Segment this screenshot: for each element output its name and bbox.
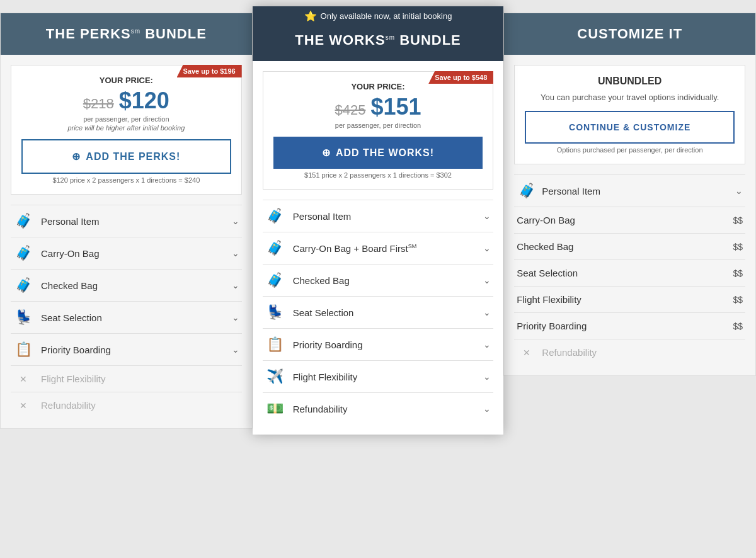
add-perks-icon: ⊕ [72, 151, 81, 162]
list-item: Flight Flexibility $$ [514, 286, 745, 312]
perks-price-row: $218 $120 [21, 88, 231, 114]
list-item: ✕ Refundability [514, 339, 745, 365]
cust-carryon-label: Carry-On Bag [517, 215, 728, 225]
cust-checked-label: Checked Bag [517, 241, 728, 252]
works-save-badge: Save up to $548 [428, 71, 493, 84]
cust-priority-price: $$ [733, 321, 743, 331]
pricing-columns: THE PERKSsm BUNDLE Save up to $196 YOUR … [0, 13, 756, 435]
cust-refund-label: Refundability [542, 347, 743, 358]
perks-price-total: $120 price x 2 passengers x 1 directions… [21, 176, 231, 184]
works-sale-price: $151 [370, 94, 421, 120]
priority-chevron: ⌄ [232, 344, 239, 355]
works-carryon-chevron: ⌄ [483, 243, 491, 253]
works-carryon-label: Carry-On Bag + Board FirstSM [293, 243, 476, 254]
personal-item-label: Personal Item [41, 216, 224, 227]
add-perks-button[interactable]: ⊕ ADD THE PERKS! [21, 139, 231, 174]
star-icon: ⭐ [304, 10, 317, 22]
customize-button[interactable]: CONTINUE & CUSTOMIZE [525, 111, 735, 144]
works-checked-icon: 🧳 [265, 272, 285, 288]
works-seat-label: Seat Selection [293, 307, 476, 318]
list-item: Carry-On Bag $$ [514, 207, 745, 233]
works-price-total: $151 price x 2 passengers x 1 directions… [273, 171, 483, 179]
perks-items-list: 🧳 Personal Item ⌄ 🧳 Carry-On Bag ⌄ 🧳 Che… [1, 205, 252, 428]
customize-column: CUSTOMIZE IT UNBUNDLED You can purchase … [503, 13, 756, 376]
carryon-icon: 🧳 [13, 245, 33, 261]
unbundled-title: UNBUNDLED [525, 76, 735, 87]
works-header: THE WORKSsm BUNDLE [253, 26, 504, 61]
works-title: THE WORKSsm BUNDLE [263, 32, 494, 48]
perks-save-badge: Save up to $196 [177, 65, 242, 77]
list-item[interactable]: 🧳 Carry-On Bag + Board FirstSM ⌄ [263, 232, 494, 264]
priority-label: Priority Boarding [41, 344, 224, 355]
works-personal-chevron: ⌄ [483, 211, 491, 221]
works-priority-label: Priority Boarding [293, 339, 476, 350]
works-checked-chevron: ⌄ [483, 275, 491, 285]
works-top-banner: ⭐ Only available now, at initial booking [253, 6, 504, 26]
list-item[interactable]: 🧳 Personal Item ⌄ [514, 174, 745, 207]
customize-header: CUSTOMIZE IT [504, 13, 755, 55]
works-personal-icon: 🧳 [265, 208, 285, 224]
works-priority-chevron: ⌄ [483, 339, 491, 350]
cust-personal-chevron: ⌄ [735, 186, 743, 196]
carryon-chevron: ⌄ [232, 248, 239, 258]
priority-icon: 📋 [13, 341, 33, 358]
perks-price-card: Save up to $196 YOUR PRICE: $218 $120 pe… [11, 65, 242, 195]
works-seat-icon: 💺 [265, 304, 285, 321]
cust-flex-label: Flight Flexibility [517, 294, 728, 305]
checked-bag-icon: 🧳 [13, 277, 33, 293]
refundability-label: Refundability [41, 400, 239, 411]
customize-options-note: Options purchased per passenger, per dir… [525, 146, 735, 154]
refundability-x-icon: ✕ [13, 401, 33, 411]
works-refund-icon: 💵 [265, 401, 285, 417]
works-personal-label: Personal Item [293, 211, 476, 222]
list-item[interactable]: 💺 Seat Selection ⌄ [11, 301, 242, 333]
list-item[interactable]: 🧳 Checked Bag ⌄ [263, 264, 494, 296]
works-price-row: $425 $151 [273, 94, 483, 120]
cust-flex-price: $$ [733, 295, 743, 305]
perks-header: THE PERKSsm BUNDLE [1, 13, 252, 55]
works-price-card: Save up to $548 YOUR PRICE: $425 $151 pe… [263, 71, 494, 190]
list-item[interactable]: 💺 Seat Selection ⌄ [263, 296, 494, 328]
perks-column: THE PERKSsm BUNDLE Save up to $196 YOUR … [0, 13, 253, 429]
list-item[interactable]: 🧳 Carry-On Bag ⌄ [11, 237, 242, 269]
list-item[interactable]: 🧳 Checked Bag ⌄ [11, 269, 242, 301]
works-carryon-icon: 🧳 [265, 240, 285, 256]
perks-sale-price: $120 [119, 88, 169, 114]
works-priority-icon: 📋 [265, 336, 285, 353]
seat-label: Seat Selection [41, 312, 224, 323]
perks-title: THE PERKSsm BUNDLE [11, 26, 242, 42]
flight-flex-x-icon: ✕ [13, 374, 33, 384]
list-item[interactable]: 📋 Priority Boarding ⌄ [263, 328, 494, 360]
list-item: Seat Selection $$ [514, 259, 745, 286]
list-item[interactable]: 🧳 Personal Item ⌄ [11, 205, 242, 237]
seat-icon: 💺 [13, 309, 33, 326]
cust-personal-icon: 🧳 [517, 183, 537, 199]
list-item[interactable]: 💵 Refundability ⌄ [263, 392, 494, 424]
personal-item-icon: 🧳 [13, 213, 33, 229]
customize-items-list: 🧳 Personal Item ⌄ Carry-On Bag $$ Checke… [504, 174, 755, 375]
add-works-button[interactable]: ⊕ ADD THE WORKS! [273, 137, 483, 169]
list-item[interactable]: 🧳 Personal Item ⌄ [263, 200, 494, 232]
customize-button-label: CONTINUE & CUSTOMIZE [569, 122, 690, 132]
works-carryon-sm: SM [408, 243, 417, 249]
list-item[interactable]: 📋 Priority Boarding ⌄ [11, 333, 242, 365]
works-banner-text: Only available now, at initial booking [321, 11, 452, 21]
works-items-list: 🧳 Personal Item ⌄ 🧳 Carry-On Bag + Board… [253, 200, 504, 435]
unbundled-desc: You can purchase your travel options ind… [525, 92, 735, 103]
checked-bag-label: Checked Bag [41, 280, 224, 291]
perks-price-note: price will be higher after initial booki… [21, 124, 231, 132]
list-item[interactable]: ✈️ Flight Flexibility ⌄ [263, 360, 494, 392]
cust-refund-x-icon: ✕ [517, 348, 537, 358]
cust-personal-label: Personal Item [542, 186, 730, 196]
list-item: ✕ Flight Flexibility [11, 365, 242, 392]
checked-bag-chevron: ⌄ [232, 280, 239, 290]
cust-priority-label: Priority Boarding [517, 321, 728, 331]
cust-seat-label: Seat Selection [517, 268, 728, 278]
works-refund-label: Refundability [293, 404, 476, 414]
works-per-passenger: per passenger, per direction [273, 122, 483, 129]
list-item: ✕ Refundability [11, 392, 242, 418]
carryon-label: Carry-On Bag [41, 248, 224, 259]
list-item: Priority Boarding $$ [514, 312, 745, 339]
customize-price-card: UNBUNDLED You can purchase your travel o… [514, 65, 745, 164]
cust-seat-price: $$ [733, 268, 743, 278]
